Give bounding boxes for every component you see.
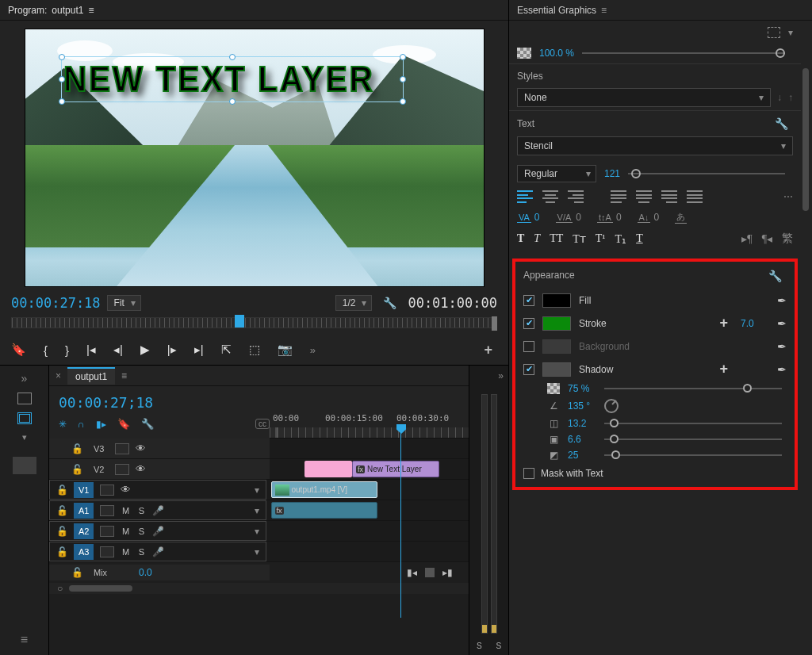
voiceover-mic-icon[interactable]: 🎤 (152, 505, 164, 516)
solo-button[interactable]: S (136, 527, 146, 536)
shadow-size-slider[interactable] (604, 439, 782, 440)
go-to-next-keyframe-icon[interactable]: ▸▮ (442, 567, 453, 578)
captions-icon[interactable]: cc (255, 419, 270, 429)
shadow-size-value[interactable]: 6.6 (568, 434, 596, 445)
smallcaps-button[interactable]: Tᴛ (573, 232, 586, 246)
add-stroke-icon[interactable]: + (719, 315, 728, 331)
playhead-icon[interactable] (235, 315, 244, 328)
resize-handle-icon[interactable] (229, 54, 236, 60)
lock-icon[interactable]: 🔓 (71, 443, 82, 454)
more-controls-icon[interactable]: » (310, 344, 316, 356)
step-forward-button[interactable]: |▸ (167, 343, 177, 357)
allcaps-button[interactable]: TT (550, 232, 563, 245)
subscript-button[interactable]: T₁ (615, 232, 627, 246)
track-label-a1[interactable]: A1 (74, 503, 94, 519)
out-marker-icon[interactable] (492, 316, 497, 331)
bin-icon[interactable] (17, 393, 32, 404)
leading-icon[interactable]: t↕A0 (597, 212, 622, 223)
program-canvas[interactable]: NEW TEXT LAYER (25, 29, 485, 287)
fit-dropdown[interactable]: Fit (107, 295, 141, 311)
voiceover-mic-icon[interactable]: 🎤 (152, 546, 164, 557)
font-size-value[interactable]: 121 (604, 168, 620, 179)
font-family-dropdown[interactable]: Stencil (517, 136, 793, 155)
stroke-color-swatch[interactable] (542, 316, 571, 331)
mute-button[interactable]: M (121, 506, 130, 515)
mute-button[interactable]: M (121, 527, 130, 536)
shadow-opacity-slider[interactable] (604, 388, 782, 389)
justify-right-icon[interactable] (661, 190, 677, 203)
text-settings-icon[interactable]: 🔧 (770, 117, 793, 130)
export-frame-button[interactable]: 📷 (278, 343, 293, 357)
timeline-timecode[interactable]: 00:00:27;18 (56, 391, 270, 416)
text-layer-content[interactable]: NEW TEXT LAYER (63, 59, 375, 99)
audio-meter-left[interactable] (481, 394, 488, 634)
button-editor-icon[interactable]: + (479, 342, 497, 358)
mark-out-button[interactable]: } (65, 343, 69, 357)
mix-value[interactable]: 0.0 (139, 567, 152, 578)
shadow-blur-slider[interactable] (604, 454, 782, 456)
kerning-icon[interactable]: V/A0 (556, 212, 581, 223)
linked-selection-icon[interactable]: ∩ (78, 419, 85, 430)
add-shadow-icon[interactable]: + (719, 361, 728, 377)
audio-meter-right[interactable] (491, 394, 497, 634)
mask-with-text-checkbox[interactable] (523, 468, 534, 479)
appearance-settings-icon[interactable]: 🔧 (764, 270, 787, 282)
clip-text-layer[interactable]: fx New Text Layer (352, 461, 439, 477)
track-output-toggle[interactable] (100, 546, 114, 557)
panel-menu-icon[interactable]: ≡ (601, 5, 607, 16)
go-to-out-button[interactable]: ▸| (194, 343, 204, 357)
shadow-distance-value[interactable]: 13.2 (568, 418, 596, 429)
add-keyframe-icon[interactable] (425, 568, 435, 577)
track-output-toggle[interactable] (115, 443, 129, 454)
timeline-menu-icon[interactable]: ≡ (121, 370, 127, 381)
push-style-up-icon[interactable]: ↑ (788, 92, 793, 103)
resize-handle-icon[interactable] (59, 98, 65, 105)
track-output-toggle[interactable] (100, 485, 114, 496)
align-center-icon[interactable] (542, 190, 558, 203)
background-checkbox[interactable] (523, 341, 534, 352)
resize-handle-icon[interactable] (59, 76, 65, 82)
track-v3[interactable] (270, 439, 469, 458)
close-tab-icon[interactable]: × (56, 370, 61, 381)
superscript-button[interactable]: T¹ (596, 232, 606, 245)
justify-center-icon[interactable] (636, 190, 652, 203)
clip-graphic[interactable] (304, 461, 352, 477)
track-label-v2[interactable]: V2 (89, 462, 109, 477)
track-label-a3[interactable]: A3 (74, 544, 94, 560)
track-a1[interactable]: fx (266, 500, 469, 520)
add-marker-button[interactable]: 🔖 (11, 343, 26, 357)
settings-wrench-icon[interactable]: 🔧 (378, 297, 401, 309)
align-left-icon[interactable] (517, 190, 533, 203)
angle-dial-icon[interactable] (604, 399, 619, 413)
lock-icon[interactable]: 🔓 (56, 505, 67, 516)
fill-color-swatch[interactable] (542, 293, 571, 308)
fill-checkbox[interactable] (523, 295, 534, 306)
program-menu-icon[interactable]: ≡ (88, 5, 94, 16)
eyedropper-icon[interactable]: ✒ (777, 340, 787, 353)
voiceover-mic-icon[interactable]: 🎤 (152, 526, 164, 537)
track-output-toggle[interactable] (100, 526, 114, 537)
background-color-swatch[interactable] (542, 339, 571, 354)
text-layer-bounding-box[interactable]: NEW TEXT LAYER (61, 56, 404, 102)
clip-thumbnail[interactable] (13, 457, 36, 474)
resize-handle-icon[interactable] (229, 98, 236, 105)
style-dropdown[interactable]: None (517, 88, 771, 107)
track-output-toggle[interactable] (115, 464, 129, 475)
track-label-v1[interactable]: V1 (74, 482, 94, 498)
scrollbar[interactable] (802, 27, 810, 423)
timeline-zoom-scrollbar[interactable]: ○ (49, 583, 469, 594)
opacity-slider[interactable] (582, 52, 785, 54)
solo-indicator[interactable]: S (496, 642, 501, 650)
extract-button[interactable]: ⬚ (249, 343, 260, 357)
resolution-dropdown[interactable]: 1/2 (335, 295, 373, 311)
play-button[interactable]: ▶ (140, 343, 150, 357)
mute-button[interactable]: M (121, 547, 130, 557)
italic-button[interactable]: T (534, 232, 540, 245)
track-label-a2[interactable]: A2 (74, 523, 94, 539)
justify-all-icon[interactable] (687, 190, 703, 203)
playhead-icon[interactable] (396, 424, 406, 434)
lock-icon[interactable]: 🔓 (56, 526, 67, 537)
track-a2[interactable] (266, 521, 469, 541)
tategaki-icon[interactable]: 繁 (782, 232, 793, 246)
track-a3[interactable] (266, 542, 469, 561)
